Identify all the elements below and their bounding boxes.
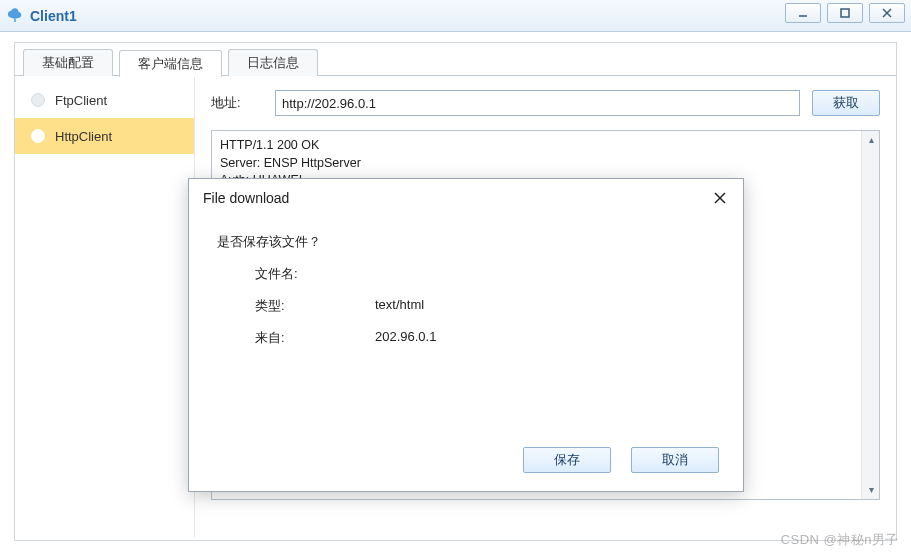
save-button[interactable]: 保存	[523, 447, 611, 473]
response-line: HTTP/1.1 200 OK	[220, 137, 871, 155]
circle-icon	[31, 93, 45, 107]
scrollbar[interactable]: ▴ ▾	[861, 131, 879, 499]
window-title: Client1	[30, 8, 77, 24]
cancel-button[interactable]: 取消	[631, 447, 719, 473]
sidebar-item-httpclient[interactable]: HttpClient	[15, 118, 194, 154]
tab-bar: 基础配置 客户端信息 日志信息	[15, 43, 896, 76]
fetch-button[interactable]: 获取	[812, 90, 880, 116]
window-controls	[785, 3, 905, 23]
close-button[interactable]	[869, 3, 905, 23]
app-icon	[6, 7, 24, 25]
minimize-button[interactable]	[785, 3, 821, 23]
sidebar-item-ftpclient[interactable]: FtpClient	[15, 82, 194, 118]
tab-client-info[interactable]: 客户端信息	[119, 50, 222, 77]
type-label: 类型:	[255, 297, 375, 315]
dialog-close-button[interactable]	[711, 189, 729, 207]
svg-rect-1	[841, 9, 849, 17]
sidebar-item-label: FtpClient	[55, 93, 107, 108]
address-input[interactable]	[275, 90, 800, 116]
address-label: 地址:	[211, 94, 263, 112]
client-sidebar: FtpClient HttpClient	[15, 76, 195, 537]
maximize-button[interactable]	[827, 3, 863, 23]
circle-icon	[31, 129, 45, 143]
from-label: 来自:	[255, 329, 375, 347]
filename-label: 文件名:	[255, 265, 375, 283]
sidebar-item-label: HttpClient	[55, 129, 112, 144]
chevron-down-icon[interactable]: ▾	[863, 482, 879, 498]
type-value: text/html	[375, 297, 424, 315]
from-value: 202.96.0.1	[375, 329, 436, 347]
chevron-up-icon[interactable]: ▴	[863, 132, 879, 148]
dialog-title: File download	[203, 190, 289, 206]
titlebar: Client1	[0, 0, 911, 32]
response-line: Server: ENSP HttpServer	[220, 155, 871, 173]
dialog-question: 是否保存该文件？	[217, 233, 715, 251]
file-download-dialog: File download 是否保存该文件？ 文件名: 类型: text/htm…	[188, 178, 744, 492]
tab-basic-config[interactable]: 基础配置	[23, 49, 113, 76]
tab-log-info[interactable]: 日志信息	[228, 49, 318, 76]
